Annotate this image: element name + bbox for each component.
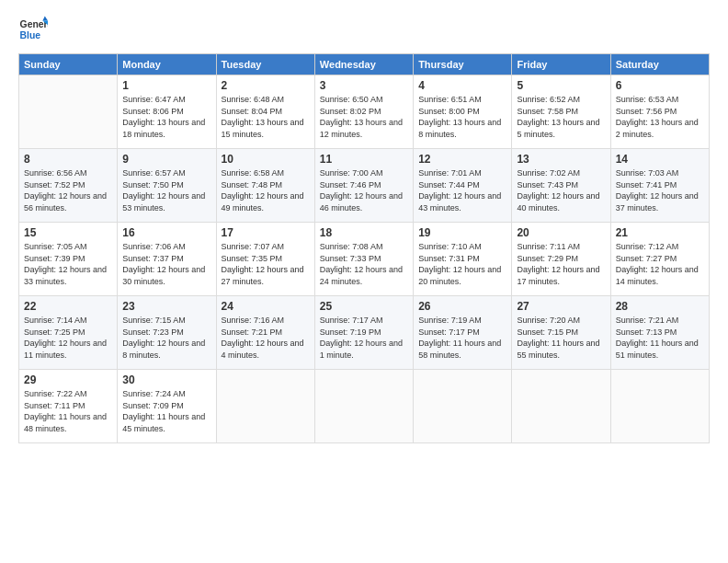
day-number: 11 xyxy=(320,153,408,166)
logo: General Blue xyxy=(18,15,48,44)
day-info: Sunrise: 7:24 AMSunset: 7:09 PMDaylight:… xyxy=(122,388,210,434)
calendar-cell: 26Sunrise: 7:19 AMSunset: 7:17 PMDayligh… xyxy=(414,296,512,370)
day-number: 12 xyxy=(418,153,506,166)
col-header-tuesday: Tuesday xyxy=(216,54,314,75)
day-number: 18 xyxy=(320,226,408,239)
header: General Blue xyxy=(18,15,710,44)
day-number: 28 xyxy=(616,300,704,313)
calendar-week-2: 8Sunrise: 6:56 AMSunset: 7:52 PMDaylight… xyxy=(19,149,710,223)
calendar-cell: 1Sunrise: 6:47 AMSunset: 8:06 PMDaylight… xyxy=(118,75,216,149)
day-number: 5 xyxy=(517,79,605,92)
calendar-cell: 5Sunrise: 6:52 AMSunset: 7:58 PMDaylight… xyxy=(512,75,610,149)
day-number: 24 xyxy=(222,300,310,313)
day-number: 15 xyxy=(24,226,112,239)
calendar-cell: 28Sunrise: 7:21 AMSunset: 7:13 PMDayligh… xyxy=(610,296,709,370)
day-number: 21 xyxy=(616,226,704,239)
day-number: 4 xyxy=(418,79,506,92)
calendar-cell xyxy=(414,370,512,443)
day-info: Sunrise: 7:08 AMSunset: 7:33 PMDaylight:… xyxy=(320,241,408,287)
calendar-cell: 16Sunrise: 7:06 AMSunset: 7:37 PMDayligh… xyxy=(118,223,216,296)
day-number: 27 xyxy=(517,300,605,313)
calendar-cell: 19Sunrise: 7:10 AMSunset: 7:31 PMDayligh… xyxy=(414,223,512,296)
logo-icon: General Blue xyxy=(18,15,48,44)
calendar-table: SundayMondayTuesdayWednesdayThursdayFrid… xyxy=(18,53,710,443)
day-info: Sunrise: 6:57 AMSunset: 7:50 PMDaylight:… xyxy=(122,167,210,213)
day-number: 14 xyxy=(616,153,704,166)
day-info: Sunrise: 6:52 AMSunset: 7:58 PMDaylight:… xyxy=(517,94,605,140)
page: General Blue SundayMondayTuesdayWednesda… xyxy=(0,0,728,563)
day-info: Sunrise: 6:47 AMSunset: 8:06 PMDaylight:… xyxy=(122,94,210,140)
day-number: 22 xyxy=(24,300,112,313)
day-info: Sunrise: 7:19 AMSunset: 7:17 PMDaylight:… xyxy=(418,315,506,361)
column-headers: SundayMondayTuesdayWednesdayThursdayFrid… xyxy=(19,54,710,75)
calendar-cell xyxy=(216,370,314,443)
calendar-cell: 27Sunrise: 7:20 AMSunset: 7:15 PMDayligh… xyxy=(512,296,610,370)
calendar-week-5: 29Sunrise: 7:22 AMSunset: 7:11 PMDayligh… xyxy=(19,370,710,443)
day-info: Sunrise: 7:03 AMSunset: 7:41 PMDaylight:… xyxy=(616,167,704,213)
calendar-cell: 4Sunrise: 6:51 AMSunset: 8:00 PMDaylight… xyxy=(414,75,512,149)
calendar-cell: 21Sunrise: 7:12 AMSunset: 7:27 PMDayligh… xyxy=(610,223,709,296)
calendar-cell: 14Sunrise: 7:03 AMSunset: 7:41 PMDayligh… xyxy=(610,149,709,223)
day-number: 10 xyxy=(222,153,310,166)
day-number: 1 xyxy=(122,79,210,92)
day-number: 16 xyxy=(122,226,210,239)
day-number: 2 xyxy=(222,79,310,92)
day-info: Sunrise: 7:22 AMSunset: 7:11 PMDaylight:… xyxy=(24,388,112,434)
calendar-cell xyxy=(314,370,413,443)
calendar-cell: 20Sunrise: 7:11 AMSunset: 7:29 PMDayligh… xyxy=(512,223,610,296)
day-number: 30 xyxy=(122,373,210,386)
day-number: 25 xyxy=(320,300,408,313)
calendar-cell: 15Sunrise: 7:05 AMSunset: 7:39 PMDayligh… xyxy=(19,223,118,296)
calendar-cell: 17Sunrise: 7:07 AMSunset: 7:35 PMDayligh… xyxy=(216,223,314,296)
day-number: 29 xyxy=(24,373,112,386)
calendar-cell: 10Sunrise: 6:58 AMSunset: 7:48 PMDayligh… xyxy=(216,149,314,223)
day-number: 3 xyxy=(320,79,408,92)
day-number: 19 xyxy=(418,226,506,239)
day-info: Sunrise: 7:06 AMSunset: 7:37 PMDaylight:… xyxy=(122,241,210,287)
day-number: 17 xyxy=(222,226,310,239)
calendar-cell xyxy=(19,75,118,149)
calendar-cell: 30Sunrise: 7:24 AMSunset: 7:09 PMDayligh… xyxy=(118,370,216,443)
col-header-thursday: Thursday xyxy=(414,54,512,75)
day-info: Sunrise: 7:17 AMSunset: 7:19 PMDaylight:… xyxy=(320,315,408,361)
day-number: 23 xyxy=(122,300,210,313)
day-info: Sunrise: 6:50 AMSunset: 8:02 PMDaylight:… xyxy=(320,94,408,140)
calendar-cell: 13Sunrise: 7:02 AMSunset: 7:43 PMDayligh… xyxy=(512,149,610,223)
day-number: 9 xyxy=(122,153,210,166)
day-info: Sunrise: 7:05 AMSunset: 7:39 PMDaylight:… xyxy=(24,241,112,287)
day-number: 13 xyxy=(517,153,605,166)
day-number: 8 xyxy=(24,153,112,166)
svg-text:Blue: Blue xyxy=(20,30,41,40)
day-info: Sunrise: 6:51 AMSunset: 8:00 PMDaylight:… xyxy=(418,94,506,140)
day-info: Sunrise: 7:12 AMSunset: 7:27 PMDaylight:… xyxy=(616,241,704,287)
day-info: Sunrise: 7:07 AMSunset: 7:35 PMDaylight:… xyxy=(222,241,310,287)
calendar-week-1: 1Sunrise: 6:47 AMSunset: 8:06 PMDaylight… xyxy=(19,75,710,149)
calendar-week-4: 22Sunrise: 7:14 AMSunset: 7:25 PMDayligh… xyxy=(19,296,710,370)
calendar-cell xyxy=(610,370,709,443)
calendar-cell: 2Sunrise: 6:48 AMSunset: 8:04 PMDaylight… xyxy=(216,75,314,149)
day-info: Sunrise: 7:10 AMSunset: 7:31 PMDaylight:… xyxy=(418,241,506,287)
day-info: Sunrise: 7:21 AMSunset: 7:13 PMDaylight:… xyxy=(616,315,704,361)
day-info: Sunrise: 7:20 AMSunset: 7:15 PMDaylight:… xyxy=(517,315,605,361)
calendar-cell: 24Sunrise: 7:16 AMSunset: 7:21 PMDayligh… xyxy=(216,296,314,370)
day-info: Sunrise: 7:01 AMSunset: 7:44 PMDaylight:… xyxy=(418,167,506,213)
day-number: 26 xyxy=(418,300,506,313)
day-number: 6 xyxy=(616,79,704,92)
day-info: Sunrise: 6:56 AMSunset: 7:52 PMDaylight:… xyxy=(24,167,112,213)
day-info: Sunrise: 7:14 AMSunset: 7:25 PMDaylight:… xyxy=(24,315,112,361)
calendar-cell: 23Sunrise: 7:15 AMSunset: 7:23 PMDayligh… xyxy=(118,296,216,370)
calendar-cell: 11Sunrise: 7:00 AMSunset: 7:46 PMDayligh… xyxy=(314,149,413,223)
calendar-cell: 6Sunrise: 6:53 AMSunset: 7:56 PMDaylight… xyxy=(610,75,709,149)
day-info: Sunrise: 7:00 AMSunset: 7:46 PMDaylight:… xyxy=(320,167,408,213)
day-info: Sunrise: 7:11 AMSunset: 7:29 PMDaylight:… xyxy=(517,241,605,287)
calendar-cell: 3Sunrise: 6:50 AMSunset: 8:02 PMDaylight… xyxy=(314,75,413,149)
calendar-cell: 8Sunrise: 6:56 AMSunset: 7:52 PMDaylight… xyxy=(19,149,118,223)
calendar-cell xyxy=(512,370,610,443)
col-header-saturday: Saturday xyxy=(610,54,709,75)
day-info: Sunrise: 7:15 AMSunset: 7:23 PMDaylight:… xyxy=(122,315,210,361)
calendar-cell: 9Sunrise: 6:57 AMSunset: 7:50 PMDaylight… xyxy=(118,149,216,223)
day-info: Sunrise: 6:48 AMSunset: 8:04 PMDaylight:… xyxy=(222,94,310,140)
col-header-wednesday: Wednesday xyxy=(314,54,413,75)
calendar-cell: 29Sunrise: 7:22 AMSunset: 7:11 PMDayligh… xyxy=(19,370,118,443)
calendar-week-3: 15Sunrise: 7:05 AMSunset: 7:39 PMDayligh… xyxy=(19,223,710,296)
